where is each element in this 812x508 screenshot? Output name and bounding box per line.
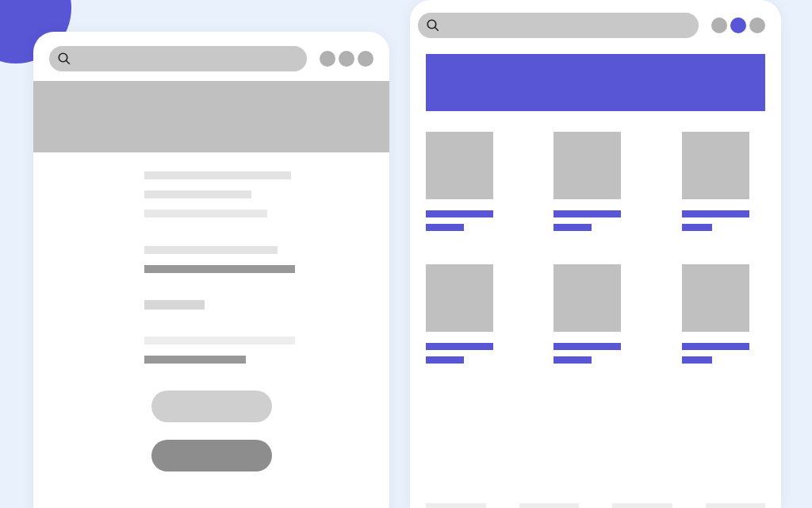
wireframe-article-screen <box>33 32 389 508</box>
header-dot[interactable] <box>749 17 765 33</box>
card-thumbnail <box>426 264 493 332</box>
grid-card[interactable] <box>682 264 765 370</box>
card-title <box>426 343 493 350</box>
search-icon <box>426 18 440 33</box>
svg-point-0 <box>59 53 67 62</box>
spacer <box>144 321 342 325</box>
text-line <box>144 300 205 310</box>
tab-slot[interactable] <box>426 503 486 508</box>
grid-card[interactable] <box>553 264 637 370</box>
header <box>33 32 389 81</box>
header-dot[interactable] <box>339 51 354 67</box>
spacer <box>144 284 342 289</box>
card-title <box>682 343 749 350</box>
text-line <box>144 265 295 273</box>
card-title <box>553 343 621 350</box>
header-dot[interactable] <box>711 17 727 33</box>
card-thumbnail <box>682 264 749 332</box>
svg-line-3 <box>435 27 439 31</box>
tab-slot[interactable] <box>519 503 580 508</box>
grid-card[interactable] <box>553 132 637 237</box>
card-title <box>682 210 749 217</box>
text-line <box>144 337 295 344</box>
bottom-tab-bar <box>410 503 781 508</box>
tab-slot[interactable] <box>612 503 672 508</box>
article-body <box>33 152 389 364</box>
card-subtitle <box>553 356 592 364</box>
grid-card[interactable] <box>426 132 509 237</box>
card-thumbnail <box>682 132 749 199</box>
svg-point-2 <box>427 20 436 29</box>
card-thumbnail <box>426 132 493 199</box>
text-line <box>144 356 246 364</box>
header <box>410 0 781 48</box>
grid-card[interactable] <box>426 264 509 370</box>
tab-slot[interactable] <box>706 503 766 508</box>
text-line <box>144 246 278 254</box>
card-subtitle <box>682 356 712 364</box>
text-line <box>144 210 267 217</box>
spacer <box>144 229 342 235</box>
card-subtitle <box>426 224 464 231</box>
grid-card[interactable] <box>682 132 765 237</box>
card-subtitle <box>426 356 464 364</box>
card-thumbnail <box>553 264 621 332</box>
text-line <box>144 190 251 198</box>
card-subtitle <box>553 224 592 231</box>
header-dot-active[interactable] <box>730 17 746 33</box>
card-thumbnail <box>553 132 621 199</box>
search-input[interactable] <box>49 46 307 71</box>
header-dot[interactable] <box>320 51 335 67</box>
search-input[interactable] <box>418 13 699 38</box>
primary-button[interactable] <box>151 391 272 422</box>
card-grid <box>410 111 781 370</box>
text-line <box>144 171 291 179</box>
hero-banner <box>33 81 389 152</box>
button-group <box>33 391 389 471</box>
wireframe-gallery-screen <box>410 0 781 508</box>
hero-banner <box>426 54 765 111</box>
header-actions <box>711 17 765 33</box>
header-actions <box>320 51 373 67</box>
card-title <box>553 210 621 217</box>
search-icon <box>57 52 71 66</box>
card-subtitle <box>682 224 712 231</box>
card-title <box>426 210 493 217</box>
secondary-button[interactable] <box>151 440 272 471</box>
header-dot[interactable] <box>358 51 373 67</box>
svg-line-1 <box>66 60 70 64</box>
